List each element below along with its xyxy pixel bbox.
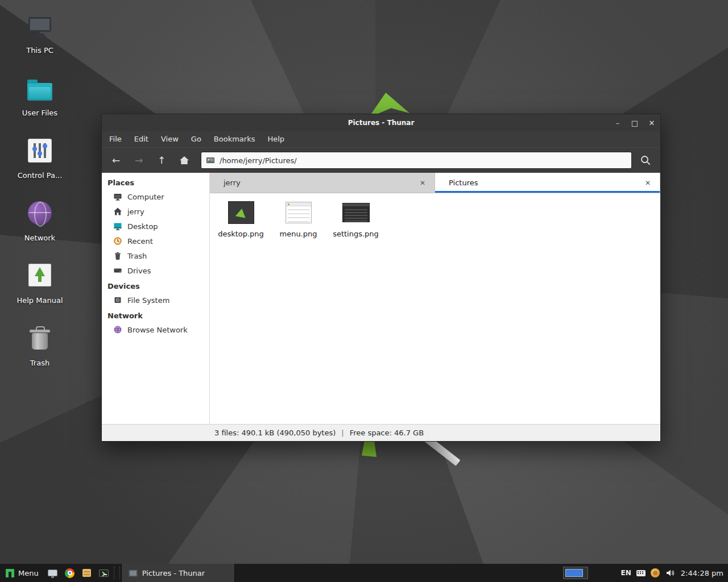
path-text: /home/jerry/Pictures/: [220, 156, 297, 165]
desktop-icon-label: Control Pa...: [18, 171, 63, 180]
menu-label: Menu: [18, 569, 39, 577]
show-desktop-button[interactable]: [44, 564, 61, 582]
show-desktop-icon: [48, 569, 57, 576]
applications-menu-button[interactable]: Menu: [0, 564, 44, 582]
panel-separator: [114, 567, 120, 579]
computer-icon: [113, 192, 122, 201]
file-settings-png[interactable]: settings.png: [327, 199, 384, 238]
sidebar-header-network: Network: [102, 309, 209, 322]
sidebar-item-browse-network[interactable]: Browse Network: [102, 322, 209, 337]
sidebar-item-trash[interactable]: Trash: [102, 248, 209, 263]
computer-icon: [28, 17, 51, 32]
window-titlebar[interactable]: Pictures - Thunar – □ ✕: [102, 114, 660, 131]
menu-file[interactable]: File: [103, 131, 128, 147]
keyboard-layout-indicator[interactable]: EN: [621, 569, 631, 577]
desktop-icon-label: Network: [24, 234, 55, 242]
file-view[interactable]: desktop.png menu.png settings.png: [210, 193, 660, 424]
sidebar-item-home[interactable]: jerry: [102, 204, 209, 219]
keyboard-icon[interactable]: [636, 570, 646, 576]
help-manual-icon: [28, 264, 51, 286]
sidebar: Places Computer jerry Desktop Recent Tra…: [102, 173, 210, 424]
menubar: File Edit View Go Bookmarks Help: [102, 131, 660, 147]
terminal-icon: [99, 569, 109, 577]
window-title: Pictures - Thunar: [156, 119, 606, 127]
status-separator: |: [341, 429, 344, 437]
file-pane: jerry ✕ Pictures ✕ desktop.png: [210, 173, 660, 424]
tab-close-button[interactable]: ✕: [643, 178, 653, 188]
menu-help[interactable]: Help: [261, 131, 291, 147]
file-name: desktop.png: [218, 230, 264, 238]
quick-launchers: [44, 564, 113, 582]
file-desktop-png[interactable]: desktop.png: [212, 199, 270, 238]
thunar-task-icon: [129, 569, 138, 577]
thumbnail: [342, 200, 370, 225]
search-icon: [640, 155, 651, 166]
volume-icon[interactable]: [665, 568, 675, 578]
tab-jerry[interactable]: jerry ✕: [210, 173, 435, 193]
toolbar: ← → ↑ /home/jerry/Pictures/: [102, 147, 660, 173]
back-button[interactable]: ←: [106, 152, 126, 169]
sidebar-item-label: File System: [127, 296, 169, 305]
sidebar-item-recent[interactable]: Recent: [102, 234, 209, 248]
workspace-pager[interactable]: [563, 567, 588, 579]
file-name: settings.png: [333, 230, 379, 238]
menu-view[interactable]: View: [155, 131, 185, 147]
menu-icon: [6, 569, 14, 577]
clock[interactable]: 2:44:28 pm: [681, 569, 723, 577]
trash-icon: [113, 251, 122, 260]
menu-edit[interactable]: Edit: [128, 131, 155, 147]
menu-bookmarks[interactable]: Bookmarks: [208, 131, 262, 147]
settings-png-thumbnail: [342, 203, 370, 222]
path-bar[interactable]: /home/jerry/Pictures/: [201, 152, 632, 169]
up-button[interactable]: ↑: [152, 152, 171, 169]
sidebar-item-label: Desktop: [127, 222, 158, 231]
home-icon: [113, 207, 122, 216]
menu-go[interactable]: Go: [185, 131, 208, 147]
desktop-icon-this-pc[interactable]: This PC: [10, 14, 69, 55]
speaker-icon: [665, 568, 675, 577]
desktop-icon-control-panel[interactable]: Control Pa...: [10, 139, 69, 180]
sidebar-item-drives[interactable]: Drives: [102, 263, 209, 278]
desktop-icon-label: User Files: [22, 109, 57, 117]
desktop-icon-trash[interactable]: Trash: [10, 326, 69, 367]
task-label: Pictures - Thunar: [142, 569, 205, 577]
file-name: menu.png: [279, 230, 317, 238]
terminal-launcher[interactable]: [96, 564, 113, 582]
desktop-icon-network[interactable]: Network: [10, 201, 69, 242]
sidebar-item-computer[interactable]: Computer: [102, 189, 209, 204]
tab-bar: jerry ✕ Pictures ✕: [210, 173, 660, 193]
sidebar-item-label: Trash: [127, 252, 147, 260]
file-menu-png[interactable]: menu.png: [270, 199, 327, 238]
taskbar-task-thunar[interactable]: Pictures - Thunar: [121, 564, 235, 582]
home-button[interactable]: [175, 152, 194, 169]
sidebar-header-places: Places: [102, 176, 209, 189]
globe-icon: [113, 325, 122, 334]
home-icon: [179, 156, 189, 165]
tab-label: jerry: [224, 178, 417, 187]
desktop-icon: [113, 222, 122, 231]
close-button[interactable]: ✕: [643, 114, 660, 131]
desktop-icon-label: Trash: [30, 359, 49, 367]
clock-icon: [113, 236, 122, 246]
maximize-button[interactable]: □: [626, 114, 643, 131]
desktop-icon-user-files[interactable]: User Files: [10, 76, 69, 117]
file-manager-icon: [82, 569, 91, 577]
tab-close-button[interactable]: ✕: [417, 178, 428, 188]
sidebar-item-file-system[interactable]: File System: [102, 293, 209, 307]
control-panel-icon: [28, 139, 52, 163]
chrome-icon: [65, 568, 75, 578]
sidebar-item-label: jerry: [127, 207, 144, 216]
notification-tray-icon[interactable]: [651, 568, 660, 577]
minimize-button[interactable]: –: [609, 114, 626, 131]
system-tray: EN 2:44:28 pm: [563, 567, 728, 579]
thumbnail: [286, 200, 312, 225]
sidebar-item-desktop[interactable]: Desktop: [102, 219, 209, 234]
browser-launcher[interactable]: [61, 564, 78, 582]
desktop-icon-help-manual[interactable]: Help Manual: [10, 264, 69, 305]
search-button[interactable]: [635, 152, 656, 169]
forward-button[interactable]: →: [129, 152, 148, 169]
thumbnail: [228, 200, 254, 225]
tab-pictures[interactable]: Pictures ✕: [435, 173, 660, 193]
sidebar-item-label: Browse Network: [127, 326, 188, 334]
file-manager-launcher[interactable]: [78, 564, 96, 582]
